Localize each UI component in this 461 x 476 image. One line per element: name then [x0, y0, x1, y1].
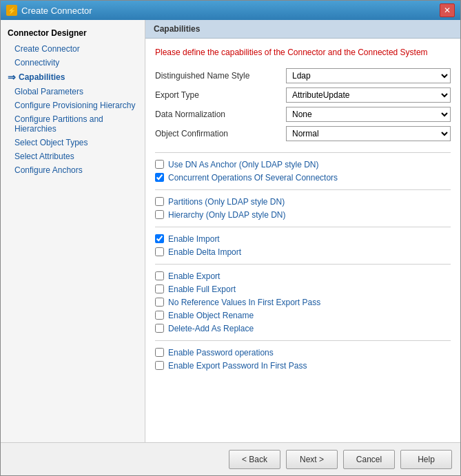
sidebar-item-configure-provisioning[interactable]: Configure Provisioning Hierarchy: [1, 99, 145, 112]
no-reference-values-label[interactable]: No Reference Values In First Export Pass: [168, 298, 320, 307]
enable-import-checkbox[interactable]: [155, 234, 164, 243]
enable-full-export-label[interactable]: Enable Full Export: [168, 284, 236, 294]
enable-object-rename-checkbox[interactable]: [155, 311, 164, 320]
data-normalization-wrapper: None DeleteAddAsReplace: [286, 107, 451, 122]
cancel-button[interactable]: Cancel: [343, 450, 395, 469]
title-bar: ⚡ Create Connector ✕: [1, 1, 460, 20]
checkbox-group-2: Partitions (Only LDAP style DN) Hierarch…: [155, 197, 451, 220]
panel-body: Please define the capabilities of the Co…: [145, 39, 460, 442]
use-dn-anchor-label[interactable]: Use DN As Anchor (Only LDAP style DN): [168, 160, 319, 169]
checkbox-row-concurrent-ops: Concurrent Operations Of Several Connect…: [155, 173, 451, 183]
enable-delta-import-label[interactable]: Enable Delta Import: [168, 247, 241, 257]
export-type-row: Export Type AttributeUpdate ObjectReplac…: [155, 87, 451, 103]
enable-password-ops-label[interactable]: Enable Password operations: [168, 348, 274, 358]
sidebar-item-configure-anchors[interactable]: Configure Anchors: [1, 163, 145, 177]
export-type-select[interactable]: AttributeUpdate ObjectReplace: [286, 87, 451, 103]
checkbox-row-partitions: Partitions (Only LDAP style DN): [155, 197, 451, 207]
object-confirmation-label: Object Confirmation: [155, 129, 286, 138]
title-bar-left: ⚡ Create Connector: [6, 5, 92, 16]
panel-header: Capabilities: [145, 20, 460, 39]
form-section: Distinguished Name Style Ldap None Gener…: [155, 68, 451, 141]
app-icon: ⚡: [6, 5, 17, 16]
partitions-label[interactable]: Partitions (Only LDAP style DN): [168, 197, 285, 207]
enable-full-export-checkbox[interactable]: [155, 284, 164, 293]
sidebar-item-select-attributes[interactable]: Select Attributes: [1, 149, 145, 163]
divider-5: [155, 340, 451, 341]
checkbox-row-hierarchy: Hierarchy (Only LDAP style DN): [155, 210, 451, 220]
enable-export-label[interactable]: Enable Export: [168, 271, 220, 281]
data-normalization-select[interactable]: None DeleteAddAsReplace: [286, 107, 451, 122]
checkbox-group-4: Enable Export Enable Full Export No Refe…: [155, 271, 451, 333]
checkbox-row-enable-full-export: Enable Full Export: [155, 284, 451, 294]
enable-import-label[interactable]: Enable Import: [168, 234, 220, 244]
object-confirmation-row: Object Confirmation Normal NoDeleteConfi…: [155, 126, 451, 141]
checkbox-row-enable-delta-import: Enable Delta Import: [155, 247, 451, 257]
close-button[interactable]: ✕: [440, 3, 455, 17]
dn-style-row: Distinguished Name Style Ldap None Gener…: [155, 68, 451, 83]
hierarchy-checkbox[interactable]: [155, 210, 164, 219]
dn-style-wrapper: Ldap None Generic: [286, 68, 451, 83]
checkbox-row-use-dn: Use DN As Anchor (Only LDAP style DN): [155, 160, 451, 169]
no-reference-values-checkbox[interactable]: [155, 298, 164, 307]
use-dn-anchor-checkbox[interactable]: [155, 160, 164, 169]
window-title: Create Connector: [21, 6, 92, 16]
data-normalization-label: Data Normalization: [155, 110, 286, 119]
object-confirmation-wrapper: Normal NoDeleteConfirmation: [286, 126, 451, 141]
export-type-wrapper: AttributeUpdate ObjectReplace: [286, 87, 451, 103]
sidebar-item-create-connector[interactable]: Create Connector: [1, 42, 145, 56]
sidebar-item-select-object-types[interactable]: Select Object Types: [1, 136, 145, 149]
info-text: Please define the capabilities of the Co…: [155, 47, 451, 59]
checkbox-row-no-reference-values: No Reference Values In First Export Pass: [155, 298, 451, 307]
right-panel: Capabilities Please define the capabilit…: [145, 20, 460, 442]
enable-delta-import-checkbox[interactable]: [155, 247, 164, 256]
object-confirmation-select[interactable]: Normal NoDeleteConfirmation: [286, 126, 451, 141]
sidebar-header: Connector Designer: [1, 25, 145, 42]
main-window: ⚡ Create Connector ✕ Connector Designer …: [0, 0, 461, 476]
sidebar: Connector Designer Create Connector Conn…: [1, 20, 145, 442]
checkbox-row-delete-add-as-replace: Delete-Add As Replace: [155, 324, 451, 333]
help-button[interactable]: Help: [400, 450, 452, 469]
back-button[interactable]: < Back: [229, 450, 280, 469]
concurrent-ops-label[interactable]: Concurrent Operations Of Several Connect…: [168, 173, 338, 183]
enable-export-password-checkbox[interactable]: [155, 361, 164, 370]
partitions-checkbox[interactable]: [155, 197, 164, 206]
dn-style-label: Distinguished Name Style: [155, 71, 286, 81]
checkbox-group-1: Use DN As Anchor (Only LDAP style DN) Co…: [155, 160, 451, 183]
main-content: Connector Designer Create Connector Conn…: [1, 20, 460, 442]
export-type-label: Export Type: [155, 90, 286, 100]
divider-1: [155, 152, 451, 153]
enable-object-rename-label[interactable]: Enable Object Rename: [168, 311, 254, 320]
sidebar-item-global-parameters[interactable]: Global Parameters: [1, 85, 145, 99]
delete-add-as-replace-checkbox[interactable]: [155, 324, 164, 333]
hierarchy-label[interactable]: Hierarchy (Only LDAP style DN): [168, 210, 285, 220]
divider-2: [155, 189, 451, 190]
divider-4: [155, 264, 451, 265]
sidebar-item-capabilities[interactable]: ⇒ Capabilities: [1, 70, 145, 85]
enable-export-checkbox[interactable]: [155, 271, 164, 280]
checkbox-row-enable-export-password: Enable Export Password In First Pass: [155, 361, 451, 371]
sidebar-item-connectivity[interactable]: Connectivity: [1, 56, 145, 70]
dn-style-select[interactable]: Ldap None Generic: [286, 68, 451, 83]
arrow-icon: ⇒: [8, 72, 16, 83]
checkbox-row-enable-import: Enable Import: [155, 234, 451, 244]
sidebar-item-configure-partitions[interactable]: Configure Partitions and Hierarchies: [1, 112, 145, 136]
enable-export-password-label[interactable]: Enable Export Password In First Pass: [168, 361, 307, 371]
divider-3: [155, 227, 451, 227]
checkbox-group-5: Enable Password operations Enable Export…: [155, 348, 451, 371]
concurrent-ops-checkbox[interactable]: [155, 173, 164, 182]
bottom-bar: < Back Next > Cancel Help: [1, 442, 460, 475]
delete-add-as-replace-label[interactable]: Delete-Add As Replace: [168, 324, 254, 333]
enable-password-ops-checkbox[interactable]: [155, 348, 164, 357]
data-normalization-row: Data Normalization None DeleteAddAsRepla…: [155, 107, 451, 122]
checkbox-row-enable-export: Enable Export: [155, 271, 451, 281]
checkbox-row-enable-object-rename: Enable Object Rename: [155, 311, 451, 320]
next-button[interactable]: Next >: [286, 450, 338, 469]
checkbox-group-3: Enable Import Enable Delta Import: [155, 234, 451, 257]
checkbox-row-enable-password-ops: Enable Password operations: [155, 348, 451, 358]
